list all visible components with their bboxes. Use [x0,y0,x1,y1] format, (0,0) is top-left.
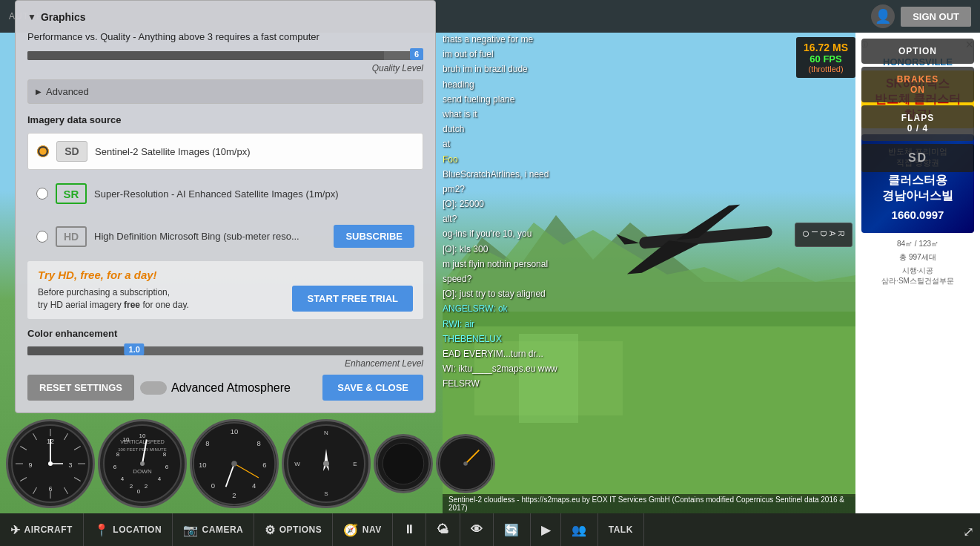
settings-bottom-buttons: RESET SETTINGS Advanced Atmosphere SAVE … [27,375,423,401]
imagery-radio-hd[interactable] [36,231,48,243]
chat-msg: thats a negative for me [443,33,739,47]
imagery-option-hd[interactable]: HD High Definition Microsoft Bing (sub-m… [27,217,423,255]
sr-option-text: Super-Resolution - AI Enhanced Satellite… [94,188,414,200]
svg-text:100 FEET PER MINUTE: 100 FEET PER MINUTE [118,447,167,452]
svg-text:2: 2 [145,483,148,490]
chat-msg: BlueScratchAirlines, i need [443,168,739,182]
nav-pause[interactable]: ⏸ [393,513,427,546]
svg-text:10: 10 [199,461,207,469]
imagery-source-label: Imagery data source [27,114,423,125]
nav-nav-label: NAV [362,524,382,535]
chat-msg: heading [443,78,739,92]
instrument-vsi: VERTICAL SPEED 100 FEET PER MINUTE 10 8 … [98,419,187,508]
chat-msg: [O]: kIs 300 [443,243,739,257]
hd-promo-title: Try HD, free, for a day! [38,269,413,281]
brakes-state: ON [910,85,925,95]
aircraft-icon: ✈ [10,523,21,537]
chat-msg: EAD EVERYIM...turn dr... [443,347,739,361]
svg-text:8: 8 [205,439,209,447]
camera-icon: 📷 [183,523,199,537]
nav-eye[interactable]: 👁 [460,513,494,546]
attribution-text: Sentinel-2 cloudless - https://s2maps.eu… [448,496,844,512]
radio-button[interactable]: RADIO [795,223,852,247]
chat-msg: send fueling plane [443,93,739,107]
quality-slider-container: 6 [27,51,423,60]
nav-location[interactable]: 📍 LOCATION [84,513,173,546]
hd-promo-section: Try HD, free, for a day! Before purchasi… [27,261,423,319]
svg-text:4: 4 [252,481,256,490]
svg-text:4: 4 [121,476,125,482]
nav-talk[interactable]: TALK [598,513,644,546]
subscribe-button[interactable]: SUBSCRIBE [334,225,414,248]
svg-text:6: 6 [48,485,52,493]
flaps-value: 0 / 4 [907,123,928,134]
perf-throttled: (throttled) [804,65,848,73]
enhancement-level-label: Enhancement Level [27,358,423,369]
options-icon: ⚙ [265,523,276,537]
svg-text:W: W [294,461,300,467]
svg-point-70 [463,461,468,466]
nav-camera[interactable]: 📷 CAMERA [173,513,254,546]
save-close-button[interactable]: SAVE & CLOSE [322,375,423,401]
imagery-option-sr[interactable]: SR Super-Resolution - AI Enhanced Satell… [27,176,423,211]
svg-point-29 [48,461,53,466]
brakes-button[interactable]: BRAKES ON [861,67,974,102]
chat-msg: WI: iktu____s2maps.eu www [443,362,739,376]
option-button[interactable]: OPTION [861,39,974,64]
hd-option-text: High Definition Microsoft Bing (sub-mete… [94,231,299,242]
quality-slider-badge: 6 [410,48,423,60]
user-icon-button[interactable]: 👤 [871,4,895,28]
nav-nav[interactable]: 🧭 NAV [333,513,392,546]
refresh-icon: 🔄 [504,523,520,537]
chat-msg: at [443,137,739,151]
sign-out-button[interactable]: SIGN OUT [901,7,971,27]
imagery-radio-sr[interactable] [36,188,48,200]
nav-aircraft[interactable]: ✈ AIRCRAFT [0,513,84,546]
svg-text:N: N [324,430,328,436]
sd-indicator: SD [861,144,974,172]
bottom-nav: ✈ AIRCRAFT 📍 LOCATION 📷 CAMERA ⚙ OPTIONS… [0,513,980,546]
nav-play[interactable]: ▶ [531,513,562,546]
chat-panel: thats a negative for me im out of fuel b… [443,33,739,389]
chat-msg: what is it [443,108,739,122]
flaps-button[interactable]: FLAPS 0 / 4 [861,105,974,141]
svg-text:9: 9 [28,461,32,469]
chat-msg: alt? [443,212,739,226]
chat-msg: og-ins if you're 10, you [443,227,739,241]
enhancement-slider-track[interactable]: 1.0 [27,346,423,355]
quality-slider-track[interactable]: 6 [27,51,423,60]
expand-icon[interactable]: ⤢ [957,518,980,546]
imagery-radio-sd[interactable] [37,145,49,157]
svg-text:6: 6 [165,464,169,470]
chat-msg: m just flyin nothin personal [443,257,739,272]
flaps-label: FLAPS [901,113,934,123]
user-avatar-icon: 👤 [875,8,891,24]
nav-options[interactable]: ⚙ OPTIONS [254,513,333,546]
sr-logo: SR [56,183,87,204]
svg-point-65 [323,461,329,467]
svg-text:10: 10 [231,427,239,435]
chat-msg: speed? [443,272,739,286]
svg-text:6: 6 [113,464,117,470]
chat-msg: im out of fuel [443,47,739,62]
chat-msg: FELSRW [443,377,739,389]
start-trial-button[interactable]: START FREE TRIAL [292,286,413,312]
svg-text:E: E [353,461,357,467]
settings-panel: ▼ Graphics Performance vs. Quality - Any… [15,0,436,413]
nav-people[interactable]: 👥 [561,513,598,546]
svg-text:3: 3 [68,461,72,469]
performance-panel: 16.72 MS 60 FPS (throttled) [796,37,855,78]
promo-body-1: Before purchasing a subscription, [38,287,170,297]
reset-settings-button[interactable]: RESET SETTINGS [27,375,134,401]
chat-msg: Foo [443,153,739,167]
ad-size2: 총 997세대 [861,252,974,263]
nav-refresh[interactable]: 🔄 [494,513,531,546]
imagery-option-sd[interactable]: SD Sentinel-2 Satellite Images (10m/px) [27,133,423,170]
advanced-label-text: Advanced [46,86,89,97]
perf-quality-label: Performance vs. Quality - Anything above… [27,30,423,44]
nav-weather[interactable]: 🌤 [426,513,460,546]
atmosphere-toggle[interactable] [140,381,167,395]
play-icon: ▶ [541,523,551,537]
svg-text:8: 8 [116,451,120,458]
advanced-section[interactable]: ▶ Advanced [27,79,423,104]
